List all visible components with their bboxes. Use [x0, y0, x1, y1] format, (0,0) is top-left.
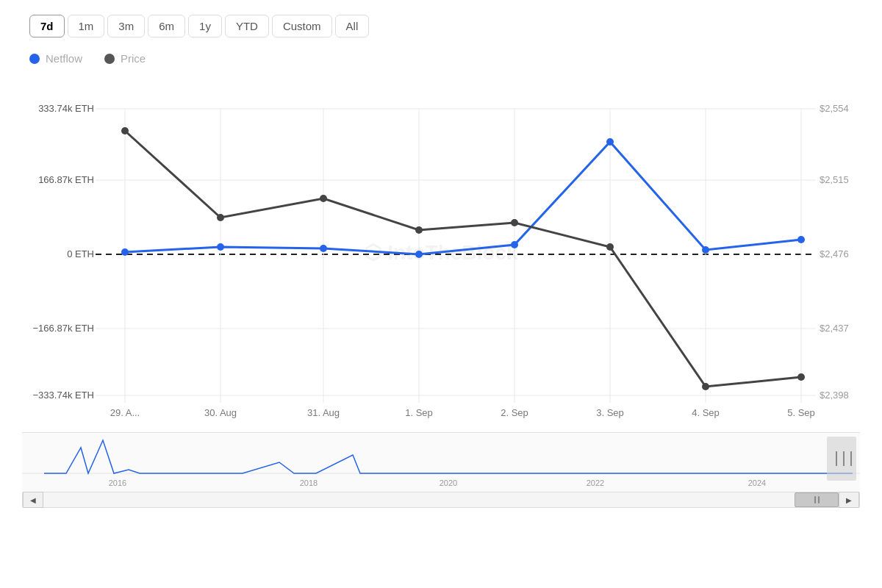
legend-price: Price	[104, 52, 146, 65]
btn-custom[interactable]: Custom	[272, 15, 332, 37]
mini-chart-wrapper: 2016 2018 2020 2022 2024 ◀	[22, 432, 860, 506]
main-container: 7d 1m 3m 6m 1y YTD Custom All Netflow Pr…	[0, 0, 882, 588]
svg-text:166.87k ETH: 166.87k ETH	[38, 174, 94, 185]
netflow-point-1	[217, 243, 224, 251]
price-label: Price	[121, 52, 146, 65]
grip-line-1	[814, 496, 816, 503]
price-point-3	[415, 226, 423, 234]
svg-text:$2,515: $2,515	[820, 174, 849, 185]
price-point-0	[121, 127, 129, 135]
svg-text:2. Sep: 2. Sep	[501, 407, 528, 418]
time-range-bar: 7d 1m 3m 6m 1y YTD Custom All	[22, 15, 860, 37]
netflow-dot	[29, 54, 40, 64]
svg-text:−333.74k ETH: −333.74k ETH	[33, 390, 94, 401]
price-point-4	[511, 219, 518, 226]
price-line	[125, 131, 801, 387]
price-point-7	[797, 373, 805, 381]
svg-text:1. Sep: 1. Sep	[405, 407, 433, 418]
netflow-point-4	[511, 241, 518, 248]
legend-netflow: Netflow	[29, 52, 82, 65]
price-point-5	[606, 243, 614, 251]
main-chart-wrapper: ⬡ IntoTheBlock 333.74k ETH 166.87k ETH 0…	[22, 72, 860, 432]
svg-text:2018: 2018	[300, 478, 318, 487]
svg-text:2016: 2016	[109, 478, 126, 487]
btn-6m[interactable]: 6m	[148, 15, 185, 37]
price-point-1	[217, 214, 224, 221]
price-point-2	[320, 195, 327, 202]
btn-1y[interactable]: 1y	[188, 15, 222, 37]
price-point-6	[702, 383, 709, 390]
btn-7d[interactable]: 7d	[29, 15, 65, 37]
main-chart-svg: 333.74k ETH 166.87k ETH 0 ETH −166.87k E…	[22, 72, 860, 432]
svg-text:2020: 2020	[440, 478, 457, 487]
svg-text:30. Aug: 30. Aug	[204, 407, 237, 418]
svg-text:0 ETH: 0 ETH	[67, 248, 94, 259]
svg-text:$2,437: $2,437	[820, 323, 849, 334]
svg-text:$2,398: $2,398	[820, 390, 849, 401]
netflow-point-2	[320, 245, 327, 252]
scroll-track	[43, 492, 839, 507]
scroll-thumb-grip	[814, 496, 820, 503]
netflow-point-3	[415, 251, 423, 258]
scrollbar[interactable]: ◀ ▶	[22, 492, 860, 508]
svg-text:4. Sep: 4. Sep	[692, 407, 720, 418]
grip-line-2	[818, 496, 820, 503]
svg-text:$2,476: $2,476	[820, 248, 849, 259]
btn-3m[interactable]: 3m	[107, 15, 145, 37]
netflow-point-6	[702, 246, 709, 254]
netflow-line	[125, 142, 801, 254]
scroll-right-btn[interactable]: ▶	[839, 492, 859, 508]
btn-1m[interactable]: 1m	[68, 15, 105, 37]
svg-text:$2,554: $2,554	[820, 103, 849, 114]
netflow-point-5	[606, 138, 614, 146]
svg-text:333.74k ETH: 333.74k ETH	[38, 103, 94, 114]
svg-text:2022: 2022	[587, 478, 604, 487]
svg-text:31. Aug: 31. Aug	[307, 407, 340, 418]
svg-text:2024: 2024	[748, 478, 766, 487]
svg-text:3. Sep: 3. Sep	[596, 407, 624, 418]
price-dot	[104, 54, 115, 64]
chart-legend: Netflow Price	[22, 52, 860, 65]
scroll-left-btn[interactable]: ◀	[23, 492, 43, 508]
netflow-point-7	[797, 236, 805, 243]
svg-text:−166.87k ETH: −166.87k ETH	[33, 323, 94, 334]
svg-text:5. Sep: 5. Sep	[787, 407, 815, 418]
scroll-thumb[interactable]	[795, 492, 839, 507]
mini-chart-svg: 2016 2018 2020 2022 2024	[22, 433, 860, 492]
svg-text:29. A...: 29. A...	[110, 407, 140, 418]
btn-all[interactable]: All	[335, 15, 370, 37]
btn-ytd[interactable]: YTD	[225, 15, 269, 37]
netflow-point-0	[121, 248, 129, 256]
netflow-label: Netflow	[46, 52, 82, 65]
